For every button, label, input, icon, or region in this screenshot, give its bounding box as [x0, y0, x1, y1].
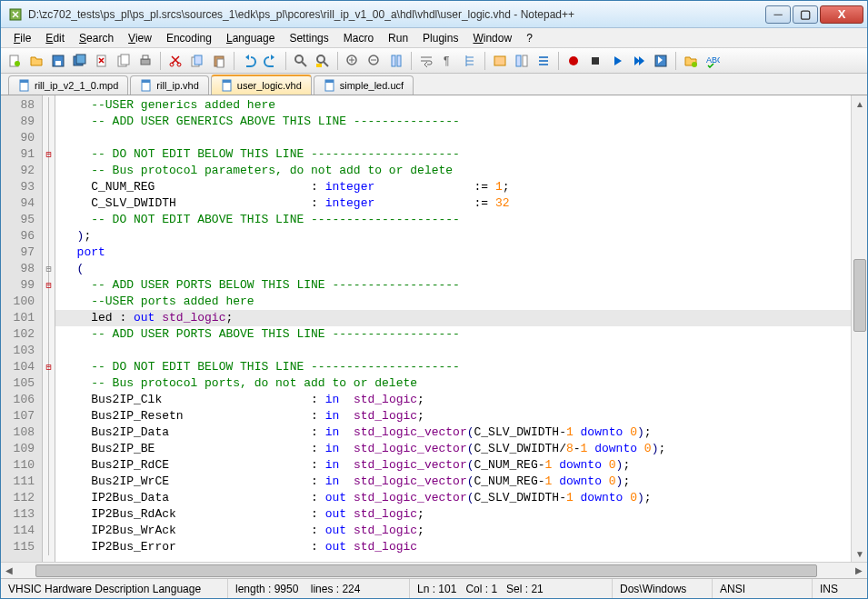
code-line[interactable]: Bus2IP_Data : in std_logic_vector(C_SLV_… [63, 424, 851, 441]
code-line[interactable] [63, 130, 851, 146]
scroll-right-arrow-icon[interactable]: ▶ [851, 563, 867, 579]
line-number-gutter[interactable]: 8889909192939495969798991001011021031041… [1, 95, 43, 562]
sync-vscroll-button[interactable] [386, 51, 406, 71]
menu-run[interactable]: Run [381, 30, 415, 46]
fold-marker[interactable]: ⊟ [43, 277, 55, 294]
code-line[interactable]: IP2Bus_Error : out std_logic [63, 539, 851, 555]
code-line[interactable]: -- DO NOT EDIT BELOW THIS LINE ---------… [63, 359, 851, 375]
copy-button[interactable] [187, 51, 207, 71]
fold-marker[interactable]: ⊟ [43, 261, 55, 277]
menu-file[interactable]: File [6, 30, 38, 46]
code-line[interactable]: C_SLV_DWIDTH : integer := 32 [63, 195, 851, 212]
show-all-chars-button[interactable]: ¶ [438, 51, 458, 71]
line-number: 97 [1, 245, 35, 261]
zoom-in-button[interactable] [343, 51, 363, 71]
open-explorer-button[interactable] [681, 51, 701, 71]
tab-simple-led-ucf[interactable]: simple_led.ucf [314, 75, 414, 95]
menu-encoding[interactable]: Encoding [159, 30, 219, 46]
maximize-button[interactable]: ▢ [793, 5, 818, 24]
minimize-button[interactable]: ─ [765, 5, 791, 24]
menu-macro[interactable]: Macro [336, 30, 381, 46]
code-line[interactable]: ( [63, 261, 851, 277]
code-line[interactable]: Bus2IP_Resetn : in std_logic; [63, 408, 851, 424]
doc-map-button[interactable] [512, 51, 532, 71]
menu-edit[interactable]: Edit [38, 30, 72, 46]
cut-button[interactable] [165, 51, 185, 71]
horizontal-scrollbar[interactable]: ◀ ▶ [1, 562, 867, 578]
line-number: 95 [1, 212, 35, 228]
code-line[interactable]: C_NUM_REG : integer := 1; [63, 179, 851, 195]
menu-language[interactable]: Language [219, 30, 282, 46]
redo-button[interactable] [261, 51, 281, 71]
save-button[interactable] [48, 51, 68, 71]
find-button[interactable] [291, 51, 311, 71]
window-title: D:\zc702_tests\ps_pl\ps_pl.srcs\sources_… [28, 8, 763, 21]
code-line[interactable]: Bus2IP_WrCE : in std_logic_vector(C_NUM_… [63, 474, 851, 490]
undo-button[interactable] [239, 51, 259, 71]
code-line[interactable]: Bus2IP_RdCE : in std_logic_vector(C_NUM_… [63, 457, 851, 474]
code-line[interactable]: IP2Bus_RdAck : out std_logic; [63, 506, 851, 523]
code-line[interactable]: -- DO NOT EDIT ABOVE THIS LINE ---------… [63, 212, 851, 228]
code-line[interactable]: Bus2IP_Clk : in std_logic; [63, 392, 851, 408]
menu-view[interactable]: View [121, 30, 159, 46]
print-button[interactable] [135, 51, 155, 71]
menu-settings[interactable]: Settings [282, 30, 335, 46]
scroll-left-arrow-icon[interactable]: ◀ [1, 563, 17, 579]
scrollbar-track[interactable] [17, 563, 851, 579]
code-line[interactable]: led : out std_logic; [55, 310, 851, 326]
vertical-scrollbar[interactable]: ▲ ▼ [851, 95, 867, 562]
code-line[interactable]: --USER generics added here [63, 97, 851, 114]
tab-user-logic-vhd[interactable]: user_logic.vhd [211, 75, 312, 95]
code-line[interactable]: IP2Bus_WrAck : out std_logic; [63, 523, 851, 539]
fold-marker [43, 195, 55, 212]
user-lang-button[interactable] [490, 51, 510, 71]
tab-label: simple_led.ucf [340, 80, 404, 91]
tab-rill-ip-mpd[interactable]: rill_ip_v2_1_0.mpd [8, 75, 128, 95]
indent-guide-button[interactable] [460, 51, 480, 71]
code-line[interactable]: ); [63, 228, 851, 245]
play-multi-button[interactable] [629, 51, 649, 71]
code-editor[interactable]: --USER generics added here -- ADD USER G… [55, 95, 851, 562]
fold-marker[interactable]: ⊟ [43, 146, 55, 163]
code-line[interactable]: port [63, 245, 851, 261]
menu-window[interactable]: Window [465, 30, 519, 46]
paste-button[interactable] [209, 51, 229, 71]
code-line[interactable]: IP2Bus_Data : out std_logic_vector(C_SLV… [63, 490, 851, 506]
code-line[interactable]: --USER ports added here [63, 294, 851, 310]
scroll-up-arrow-icon[interactable]: ▲ [852, 95, 867, 112]
menu-help[interactable]: ? [519, 30, 540, 46]
code-line[interactable]: -- ADD USER GENERICS ABOVE THIS LINE ---… [63, 114, 851, 130]
stop-macro-button[interactable] [585, 51, 605, 71]
close-file-button[interactable] [92, 51, 112, 71]
spellcheck-button[interactable]: ABC [703, 51, 723, 71]
close-all-button[interactable] [114, 51, 134, 71]
menu-plugins[interactable]: Plugins [415, 30, 465, 46]
record-macro-button[interactable] [564, 51, 584, 71]
close-button[interactable]: X [820, 5, 863, 24]
replace-button[interactable] [313, 51, 333, 71]
fold-marker[interactable]: ⊟ [43, 359, 55, 375]
open-file-button[interactable] [26, 51, 46, 71]
toolbar-separator [411, 52, 412, 70]
code-line[interactable]: -- Bus protocol parameters, do not add t… [63, 163, 851, 179]
code-line[interactable]: -- ADD USER PORTS ABOVE THIS LINE ------… [63, 326, 851, 343]
scrollbar-thumb[interactable] [35, 564, 817, 577]
code-line[interactable] [63, 343, 851, 359]
play-macro-button[interactable] [607, 51, 627, 71]
code-line[interactable]: -- DO NOT EDIT BELOW THIS LINE ---------… [63, 146, 851, 163]
tab-rill-ip-vhd[interactable]: rill_ip.vhd [130, 75, 208, 95]
code-line[interactable]: -- ADD USER PORTS BELOW THIS LINE ------… [63, 277, 851, 294]
new-file-button[interactable] [5, 51, 25, 71]
function-list-button[interactable] [534, 51, 554, 71]
menu-search[interactable]: Search [72, 30, 121, 46]
code-line[interactable]: Bus2IP_BE : in std_logic_vector(C_SLV_DW… [63, 441, 851, 457]
scroll-down-arrow-icon[interactable]: ▼ [852, 545, 867, 562]
save-macro-button[interactable] [651, 51, 671, 71]
wordwrap-button[interactable] [416, 51, 436, 71]
titlebar[interactable]: D:\zc702_tests\ps_pl\ps_pl.srcs\sources_… [1, 1, 867, 28]
scrollbar-thumb[interactable] [853, 259, 866, 332]
fold-column[interactable]: ⊟⊟⊟⊟ [43, 95, 55, 562]
save-all-button[interactable] [70, 51, 90, 71]
code-line[interactable]: -- Bus protocol ports, do not add to or … [63, 375, 851, 392]
zoom-out-button[interactable] [364, 51, 384, 71]
